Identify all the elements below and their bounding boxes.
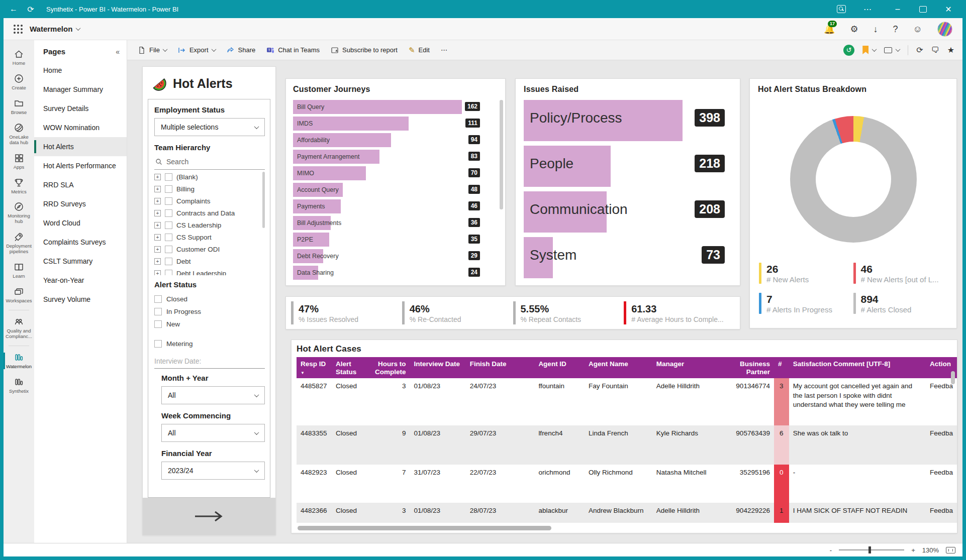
feedback-smiley-icon[interactable]: ☺ bbox=[913, 25, 922, 34]
help-icon[interactable]: ? bbox=[893, 25, 898, 34]
refresh-visuals-icon[interactable]: ⟳ bbox=[916, 46, 923, 54]
kpi-card[interactable]: 5.55%% Repeat Contacts bbox=[513, 301, 624, 324]
expand-icon[interactable]: + bbox=[154, 210, 161, 216]
bookmarks-button[interactable] bbox=[862, 46, 876, 54]
page-item-hot-alerts-performance[interactable]: Hot Alerts Performance bbox=[34, 156, 127, 175]
column-header[interactable]: Hours to Complete bbox=[366, 357, 410, 378]
chat-in-teams-button[interactable]: T Chat in Teams bbox=[262, 43, 324, 57]
column-header[interactable]: Interview Date bbox=[410, 357, 466, 378]
zoom-slider-thumb[interactable] bbox=[868, 546, 871, 553]
tree-item[interactable]: +(Blank) bbox=[154, 171, 265, 183]
cj-bar-row[interactable]: P2PE35 bbox=[293, 232, 498, 248]
tree-checkbox[interactable] bbox=[165, 185, 172, 193]
fit-to-page-icon[interactable] bbox=[946, 547, 955, 553]
tree-item[interactable]: +CS Support bbox=[154, 231, 265, 243]
alert-status-option[interactable]: New bbox=[154, 318, 265, 330]
nav-item-workspaces[interactable]: Workspaces bbox=[4, 283, 34, 307]
nav-item-metrics[interactable]: Metrics bbox=[4, 174, 34, 198]
tree-item[interactable]: +CS Leadership bbox=[154, 219, 265, 231]
nav-item-apps[interactable]: Apps bbox=[4, 149, 34, 174]
file-menu-button[interactable]: File bbox=[133, 43, 171, 57]
employment-status-dropdown[interactable]: Multiple selections bbox=[154, 118, 265, 136]
kpi-card[interactable]: 47%% Issues Resolved bbox=[291, 301, 402, 324]
expand-icon[interactable]: + bbox=[154, 258, 161, 265]
page-item-survey-volume[interactable]: Survey Volume bbox=[34, 290, 127, 309]
tree-checkbox[interactable] bbox=[165, 246, 172, 253]
refresh-icon[interactable]: ⟳ bbox=[22, 5, 39, 14]
month-year-dropdown[interactable]: All bbox=[161, 386, 265, 404]
page-item-word-cloud[interactable]: Word Cloud bbox=[34, 213, 127, 233]
cj-bar-row[interactable]: Payment Arrangement83 bbox=[293, 149, 498, 165]
nav-item-monitoring[interactable]: Monitoring hub bbox=[4, 198, 34, 228]
page-item-manager-summary[interactable]: Manager Summary bbox=[34, 80, 127, 99]
page-item-rrd-surveys[interactable]: RRD Surveys bbox=[34, 194, 127, 213]
column-header[interactable]: Business Partner bbox=[722, 357, 774, 378]
cj-bar-row[interactable]: Account Query48 bbox=[293, 182, 498, 198]
nav-item-create[interactable]: Create bbox=[4, 70, 34, 94]
nav-item-deployment[interactable]: Deployment pipelines bbox=[4, 228, 34, 258]
legend-item[interactable]: 7# Alerts In Progress bbox=[759, 293, 853, 314]
zoom-in-icon[interactable]: + bbox=[911, 546, 915, 554]
maximize-icon[interactable] bbox=[919, 6, 927, 13]
tree-checkbox[interactable] bbox=[165, 221, 172, 229]
cj-bar-row[interactable]: Affordability94 bbox=[293, 132, 498, 149]
search-in-app-icon[interactable] bbox=[837, 5, 846, 13]
close-icon[interactable]: ✕ bbox=[940, 5, 957, 14]
action-cell[interactable]: Feedba bbox=[926, 465, 957, 503]
table-row[interactable]: 4482923Closed731/07/2322/07/23orichmondO… bbox=[297, 465, 957, 503]
table-row[interactable]: 4483355Closed901/08/2329/07/23lfrench4Li… bbox=[297, 425, 957, 465]
column-header[interactable]: Agent Name bbox=[585, 357, 652, 378]
subscribe-button[interactable]: Subscribe to report bbox=[326, 43, 402, 57]
expand-icon[interactable]: + bbox=[154, 246, 161, 253]
tree-item[interactable]: +Contracts and Data bbox=[154, 207, 265, 219]
tree-item[interactable]: +Debt bbox=[154, 255, 265, 267]
user-avatar[interactable] bbox=[937, 22, 952, 37]
column-header[interactable]: Manager bbox=[652, 357, 722, 378]
expand-icon[interactable]: + bbox=[154, 198, 161, 204]
tree-scrollbar[interactable] bbox=[262, 172, 265, 228]
week-commencing-dropdown[interactable]: All bbox=[161, 424, 265, 442]
share-button[interactable]: Share bbox=[222, 43, 260, 57]
cj-bar-row[interactable]: Bill Adjustments36 bbox=[293, 215, 498, 232]
page-item-hot-alerts[interactable]: Hot Alerts bbox=[34, 137, 127, 156]
table-vertical-scrollbar[interactable] bbox=[951, 371, 955, 384]
table-horizontal-scrollbar[interactable] bbox=[298, 526, 551, 530]
tree-checkbox[interactable] bbox=[165, 258, 172, 265]
ir-bar-row[interactable]: Policy/Process398 bbox=[524, 98, 732, 144]
expand-icon[interactable]: + bbox=[154, 234, 161, 241]
donut-chart[interactable] bbox=[790, 116, 917, 243]
metering-checkbox-row[interactable]: Metering bbox=[154, 338, 265, 350]
back-icon[interactable]: ← bbox=[5, 5, 22, 14]
kpi-card[interactable]: 46%% Re-Contacted bbox=[402, 301, 513, 324]
favorite-star-icon[interactable]: ★ bbox=[947, 46, 954, 54]
settings-gear-icon[interactable]: ⚙ bbox=[850, 25, 858, 34]
window-more-icon[interactable]: ⋯ bbox=[859, 5, 876, 14]
table-row[interactable]: 4482366Closed301/08/2328/07/23ablackburA… bbox=[297, 503, 957, 523]
tree-item[interactable]: +Billing bbox=[154, 183, 265, 195]
ir-bar-row[interactable]: System73 bbox=[524, 235, 732, 281]
table-row[interactable]: 4485827Closed301/08/2324/07/23ffountainF… bbox=[297, 378, 957, 425]
nav-item-browse[interactable]: Browse bbox=[4, 94, 34, 119]
page-item-complaints-surveys[interactable]: Complaints Surveys bbox=[34, 233, 127, 252]
tree-checkbox[interactable] bbox=[165, 234, 172, 241]
action-cell[interactable]: Feedba bbox=[926, 378, 957, 425]
nav-item-synthetix[interactable]: Synthetix bbox=[4, 373, 34, 398]
action-cell[interactable]: Feedba bbox=[926, 425, 957, 465]
legend-item[interactable]: 46# New Alerts [out of L... bbox=[853, 263, 948, 284]
edit-button[interactable]: ✎ Edit bbox=[404, 43, 434, 58]
tree-item[interactable]: +Customer ODI bbox=[154, 243, 265, 255]
expand-icon[interactable]: + bbox=[154, 222, 161, 229]
tree-checkbox[interactable] bbox=[165, 197, 172, 205]
alert-status-checkbox[interactable] bbox=[154, 320, 162, 328]
nav-item-home[interactable]: Home bbox=[4, 45, 34, 70]
zoom-slider[interactable] bbox=[839, 549, 904, 550]
alert-status-checkbox[interactable] bbox=[154, 308, 162, 315]
collapse-pages-icon[interactable]: « bbox=[116, 48, 120, 56]
cj-bar-row[interactable]: MIMO70 bbox=[293, 165, 498, 182]
kpi-card[interactable]: 61.33# Average Hours to Comple... bbox=[624, 301, 735, 324]
cj-bar-row[interactable]: Payments46 bbox=[293, 198, 498, 215]
financial-year-dropdown[interactable]: 2023/24 bbox=[161, 462, 265, 480]
column-header[interactable]: Alert Status bbox=[332, 357, 366, 378]
alert-status-checkbox[interactable] bbox=[154, 295, 162, 303]
nav-item-onelake[interactable]: OneLake data hub bbox=[4, 119, 34, 149]
